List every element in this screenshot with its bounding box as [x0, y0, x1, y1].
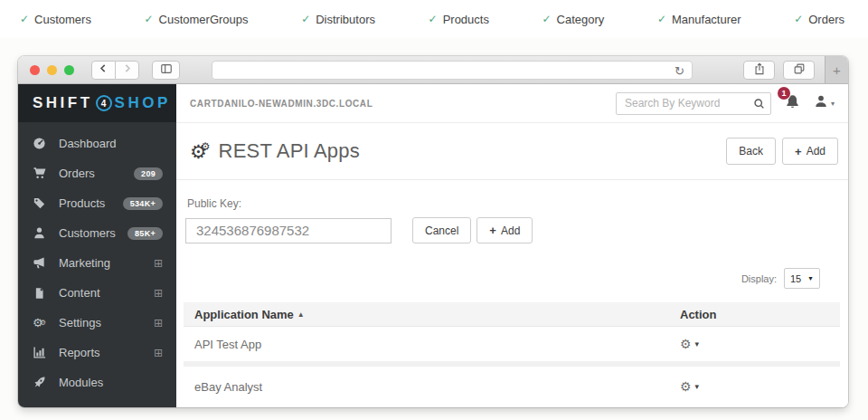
logo-text-shop: SHOP [115, 94, 171, 112]
sidebar-item-orders[interactable]: Orders 209 [18, 158, 176, 188]
checklist-label: Category [557, 13, 605, 26]
gear-icon: ⚙ [680, 380, 692, 393]
account-icon [814, 94, 828, 112]
check-icon: ✓ [145, 13, 154, 25]
public-key-form: Public Key: Cancel + Add [176, 180, 848, 243]
main-panel: CARTDANILO-NEWADMIN.3DC.LOCAL 1 [176, 84, 848, 407]
caret-down-icon: ▾ [695, 382, 700, 391]
check-icon: ✓ [429, 13, 438, 25]
notifications-button[interactable]: 1 [785, 94, 800, 113]
row-action-menu[interactable]: ⚙ ▾ [680, 380, 829, 393]
sidebar-item-settings[interactable]: ⚙⚙ Settings ⊞ [18, 308, 176, 338]
logo-four-circle: 4 [96, 95, 112, 111]
checklist-item-distributors: ✓ Distributors [301, 13, 375, 26]
checklist-label: CustomerGroups [159, 13, 249, 26]
checklist-item-orders: ✓ Orders [794, 13, 844, 26]
user-icon [32, 226, 47, 240]
check-icon: ✓ [657, 13, 666, 25]
app-name-cell: API Test App [194, 338, 680, 351]
check-icon: ✓ [542, 13, 552, 25]
products-count-badge: 534K+ [123, 197, 163, 210]
zoom-button[interactable] [64, 65, 74, 75]
sidebar-item-label: Modules [59, 376, 103, 389]
sidebar-item-label: Orders [59, 167, 95, 180]
sidebar-item-label: Dashboard [59, 137, 117, 150]
chevron-left-icon [98, 62, 109, 77]
checklist-item-products: ✓ Products [429, 13, 489, 26]
account-menu-button[interactable]: ▾ [814, 94, 835, 112]
sidebar-item-modules[interactable]: Modules [18, 368, 176, 397]
forward-button[interactable] [115, 61, 139, 80]
row-action-menu[interactable]: ⚙ ▾ [680, 338, 829, 350]
display-count-select[interactable]: 15 ▼ [784, 268, 820, 289]
checklist-label: Products [443, 13, 489, 26]
search-box [616, 92, 771, 115]
window-controls [30, 65, 74, 75]
minimize-button[interactable] [47, 65, 57, 75]
plus-icon: + [489, 224, 496, 237]
caret-down-icon: ▾ [695, 339, 700, 348]
expand-icon[interactable]: ⊞ [154, 317, 163, 329]
public-key-input[interactable] [185, 218, 392, 243]
share-button[interactable] [743, 61, 775, 80]
sidebar-toggle-button[interactable] [152, 61, 180, 80]
sidebar-item-customers[interactable]: Customers 85K+ [18, 218, 176, 248]
confirm-add-button[interactable]: + Add [476, 217, 533, 243]
search-input[interactable] [616, 92, 771, 115]
sidebar: SHIFT 4 SHOP Dashboard Orders 209 [18, 84, 176, 407]
store-domain: CARTDANILO-NEWADMIN.3DC.LOCAL [190, 99, 373, 109]
new-tab-button[interactable]: + [825, 56, 848, 83]
plus-icon: + [795, 145, 802, 158]
table-row: API Test App ⚙ ▾ [184, 327, 840, 367]
search-icon[interactable] [753, 97, 765, 113]
check-icon: ✓ [20, 13, 29, 25]
sidebar-item-label: Settings [59, 316, 101, 329]
logo-text-shift: SHIFT [33, 94, 93, 112]
back-page-button[interactable]: Back [726, 138, 776, 165]
sidebar-item-label: Marketing [59, 256, 110, 270]
sidebar-panel-icon [160, 62, 173, 78]
add-app-button[interactable]: + Add [782, 138, 838, 165]
sidebar-item-label: Reports [59, 346, 100, 359]
apps-table: Application Name ▲ Action API Test App ⚙… [184, 302, 840, 406]
tabs-overview-button[interactable] [783, 61, 815, 80]
sidebar-item-reports[interactable]: Reports ⊞ [18, 338, 176, 368]
back-button[interactable] [91, 61, 116, 80]
gears-icon: ⚙⚙ [32, 317, 47, 329]
cart-icon [32, 167, 47, 180]
sidebar-item-products[interactable]: Products 534K+ [18, 188, 176, 218]
nav-buttons [91, 61, 139, 80]
expand-icon[interactable]: ⊞ [154, 257, 163, 270]
customers-count-badge: 85K+ [127, 227, 163, 240]
checklist-item-customergroups: ✓ CustomerGroups [145, 13, 249, 26]
table-row: eBay Analyst ⚙ ▾ [184, 367, 840, 406]
reload-icon[interactable]: ↻ [675, 62, 684, 80]
chevron-down-icon: ▾ [831, 100, 835, 108]
tabs-icon [793, 62, 806, 78]
expand-icon[interactable]: ⊞ [154, 347, 163, 359]
display-count-value: 15 [790, 273, 801, 284]
sidebar-item-label: Customers [59, 226, 116, 240]
display-count-row: Display: 15 ▼ [176, 243, 848, 298]
cancel-button[interactable]: Cancel [412, 217, 471, 243]
public-key-label: Public Key: [187, 197, 848, 210]
sidebar-item-dashboard[interactable]: Dashboard [18, 129, 176, 158]
public-key-row: Cancel + Add [185, 217, 848, 243]
sidebar-item-label: Products [59, 196, 105, 210]
page-title: REST API Apps [219, 139, 360, 163]
address-bar[interactable]: ↻ [212, 61, 693, 80]
sidebar-nav: Dashboard Orders 209 Products 534K+ [18, 122, 176, 397]
close-button[interactable] [30, 65, 40, 75]
sidebar-item-marketing[interactable]: Marketing ⊞ [18, 248, 176, 278]
checklist-label: Customers [34, 13, 91, 26]
sidebar-item-content[interactable]: Content ⊞ [18, 278, 176, 308]
checklist-item-customers: ✓ Customers [20, 13, 91, 26]
page-header: ⚙⚙ REST API Apps Back + Add [176, 123, 848, 180]
select-caret-icon: ▼ [807, 275, 814, 282]
admin-header: CARTDANILO-NEWADMIN.3DC.LOCAL 1 [176, 84, 848, 123]
expand-icon[interactable]: ⊞ [154, 287, 163, 300]
app-name-cell: eBay Analyst [194, 380, 680, 394]
column-application-name[interactable]: Application Name ▲ [194, 308, 680, 321]
shift4shop-logo: SHIFT 4 SHOP [18, 84, 176, 122]
entity-checklist: ✓ Customers ✓ CustomerGroups ✓ Distribut… [0, 0, 868, 38]
